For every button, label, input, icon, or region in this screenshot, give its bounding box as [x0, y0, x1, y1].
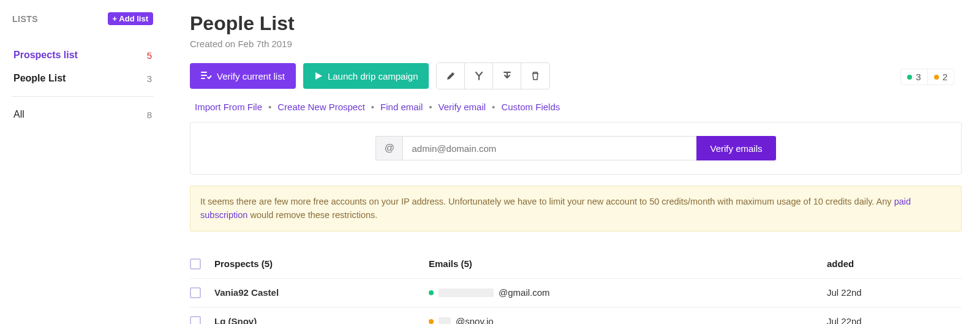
edit-button[interactable]	[437, 63, 465, 89]
added-date: Jul 22nd	[821, 287, 943, 298]
link-create-new-prospect[interactable]: Create New Prospect	[277, 102, 365, 112]
email-redacted	[439, 288, 494, 297]
sidebar-item-label: Prospects list	[13, 50, 78, 61]
pencil-icon	[446, 71, 456, 81]
prospect-email-cell: @gmail.com	[429, 287, 821, 298]
link-find-email[interactable]: Find email	[380, 102, 423, 112]
col-added: added	[821, 258, 943, 269]
download-icon	[502, 71, 512, 81]
status-badge-orange[interactable]: 2	[928, 69, 954, 85]
col-prospects: Prospects (5)	[214, 258, 429, 269]
table-row[interactable]: Lg (Snov) @snov.io Jul 22nd	[190, 307, 962, 324]
prospects-table: Prospects (5) Emails (5) added Vania92 C…	[190, 250, 962, 324]
badge-count: 2	[943, 72, 948, 82]
page-title: People List	[190, 12, 962, 35]
status-badges: 3 2	[900, 69, 954, 85]
export-button[interactable]	[493, 63, 521, 89]
icon-button-group	[436, 62, 550, 89]
launch-drip-campaign-button[interactable]: Launch drip campaign	[303, 63, 429, 89]
badge-count: 3	[916, 72, 921, 82]
sidebar-item-label: All	[13, 109, 24, 120]
delete-button[interactable]	[521, 63, 549, 89]
alert-text-after: would remove these restrictions.	[247, 210, 377, 220]
prospect-email-cell: @snov.io	[429, 316, 821, 324]
dot-green-icon	[907, 75, 912, 80]
divider	[12, 96, 153, 97]
add-list-button[interactable]: + Add list	[108, 12, 153, 25]
button-label: Verify current list	[217, 71, 285, 81]
sidebar-item-prospects-list[interactable]: Prospects list 5	[12, 43, 153, 67]
toolbar: Verify current list Launch drip campaign	[190, 62, 962, 89]
status-badge-green[interactable]: 3	[901, 69, 927, 85]
page-subtitle: Created on Feb 7th 2019	[190, 39, 962, 49]
list-check-icon	[201, 71, 212, 81]
sidebar-item-count: 3	[147, 73, 152, 84]
sidebar-item-count: 8	[147, 110, 152, 120]
dot-orange-icon	[934, 75, 939, 80]
verify-emails-button[interactable]: Verify emails	[696, 136, 775, 160]
alert-text-before: It seems there are few more free account…	[200, 197, 894, 206]
button-label: Launch drip campaign	[328, 71, 418, 81]
link-custom-fields[interactable]: Custom Fields	[501, 102, 560, 112]
verify-emails-box: @ Verify emails	[190, 122, 962, 175]
status-dot-icon	[429, 319, 434, 324]
table-row[interactable]: Vania92 Castel @gmail.com Jul 22nd	[190, 279, 962, 307]
link-import-from-file[interactable]: Import From File	[195, 102, 262, 112]
email-suffix: @gmail.com	[499, 287, 550, 298]
sidebar-item-people-list[interactable]: People List 3	[12, 67, 153, 90]
select-all-checkbox[interactable]	[190, 258, 201, 269]
email-suffix: @snov.io	[456, 316, 494, 324]
sidebar-item-all[interactable]: All 8	[12, 103, 153, 126]
sidebar-title: LISTS	[12, 14, 38, 24]
main-content: People List Created on Feb 7th 2019 Veri…	[165, 12, 962, 324]
row-checkbox[interactable]	[190, 316, 201, 324]
link-verify-email[interactable]: Verify email	[439, 102, 486, 112]
merge-button[interactable]	[465, 63, 493, 89]
table-header-row: Prospects (5) Emails (5) added	[190, 250, 962, 279]
verify-email-input[interactable]	[402, 136, 696, 160]
col-emails: Emails (5)	[429, 258, 821, 269]
row-checkbox[interactable]	[190, 287, 201, 298]
sidebar-item-label: People List	[13, 73, 66, 84]
verify-current-list-button[interactable]: Verify current list	[190, 63, 296, 89]
prospect-name: Vania92 Castel	[214, 287, 429, 298]
sidebar-item-count: 5	[147, 50, 152, 61]
alert-banner: It seems there are few more free account…	[190, 186, 962, 232]
trash-icon	[530, 71, 540, 81]
status-dot-icon	[429, 290, 434, 295]
sub-links: Import From File• Create New Prospect• F…	[195, 102, 962, 112]
play-icon	[314, 72, 323, 80]
at-icon: @	[375, 136, 402, 160]
merge-icon	[474, 71, 484, 81]
email-redacted	[439, 317, 451, 324]
sidebar: LISTS + Add list Prospects list 5 People…	[12, 12, 165, 324]
prospect-name: Lg (Snov)	[214, 316, 429, 324]
added-date: Jul 22nd	[821, 316, 943, 324]
